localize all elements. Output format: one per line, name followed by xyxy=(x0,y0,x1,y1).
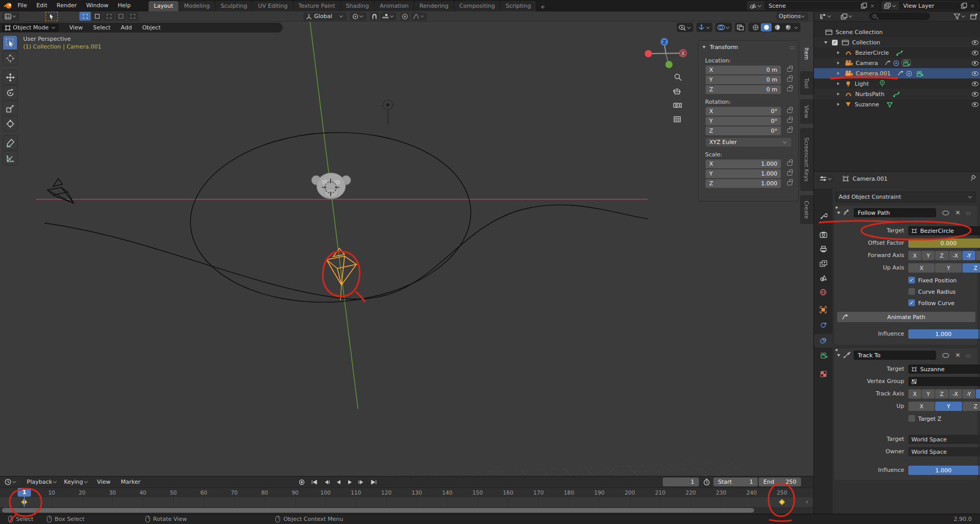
previous-keyframe-icon[interactable] xyxy=(323,479,330,485)
outliner-label-active[interactable]: Camera.001 xyxy=(856,70,891,77)
view-layer-name[interactable]: View Layer xyxy=(899,3,961,9)
shading-solid-button[interactable] xyxy=(761,23,772,31)
navigation-gizmo[interactable]: Z X xyxy=(645,38,687,69)
rotation-mode-dropdown[interactable]: XYZ Euler xyxy=(706,138,791,147)
axis-button-y[interactable]: Y xyxy=(922,251,935,260)
tool-transform[interactable] xyxy=(3,116,18,131)
active-tool-indicator[interactable] xyxy=(45,12,58,21)
location-x-field[interactable]: X0 m xyxy=(706,66,781,74)
offset-factor-slider[interactable]: 0.000 xyxy=(908,239,980,248)
proportional-editing-toggle[interactable] xyxy=(400,12,410,21)
remove-view-layer-icon[interactable]: × xyxy=(967,3,978,9)
influence-slider[interactable]: 1.000 xyxy=(908,466,978,475)
snap-toggle[interactable] xyxy=(370,12,379,21)
nurbs-path-curve[interactable] xyxy=(44,205,648,299)
axis-button-neg-y[interactable]: -Y xyxy=(962,389,975,399)
tab-object-data-icon[interactable] xyxy=(818,350,829,361)
viewport-menu-object[interactable]: Object xyxy=(137,24,166,31)
pin-icon[interactable] xyxy=(970,174,976,182)
tool-measure[interactable] xyxy=(3,151,18,166)
camera-view-button[interactable] xyxy=(674,103,681,107)
location-z-field[interactable]: Z0 m xyxy=(706,85,781,94)
hide-eye-icon[interactable] xyxy=(972,51,978,55)
tab-scripting[interactable]: Scripting xyxy=(500,1,536,11)
hide-eye-icon[interactable] xyxy=(972,40,978,45)
timeline-view-menu[interactable]: View xyxy=(92,479,116,485)
outliner-label[interactable]: Collection xyxy=(852,39,880,46)
tab-physics-icon[interactable] xyxy=(818,320,829,331)
scene-icon[interactable] xyxy=(747,2,764,10)
target-space-dropdown[interactable]: World Space xyxy=(908,435,980,444)
tab-layout[interactable]: Layout xyxy=(149,1,178,11)
hide-eye-icon[interactable] xyxy=(972,61,978,66)
tab-shading[interactable]: Shading xyxy=(341,1,374,11)
lock-icon[interactable] xyxy=(787,181,792,185)
outliner-search-input[interactable] xyxy=(869,12,930,20)
options-dropdown[interactable]: Options xyxy=(776,12,808,21)
tab-world-icon[interactable] xyxy=(818,287,829,298)
axis-button-z[interactable]: Z xyxy=(962,263,980,273)
view-layer-selector[interactable]: View Layer × xyxy=(881,1,978,10)
viewport-menu-add[interactable]: Add xyxy=(116,24,137,31)
constraint-drag-handle[interactable]: :::: xyxy=(966,210,970,216)
proportional-falloff-dropdown[interactable] xyxy=(411,12,427,21)
sidebar-tab-screencast-keys[interactable]: Screencast Keys xyxy=(800,128,813,191)
timeline-editor-type-button[interactable] xyxy=(2,478,20,486)
end-frame-field[interactable]: End250 xyxy=(759,478,801,486)
use-preview-range-clock-icon[interactable] xyxy=(703,479,710,486)
tab-rendering[interactable]: Rendering xyxy=(414,1,453,11)
viewport-menu-view[interactable]: View xyxy=(64,24,88,31)
gizmo-y-ball[interactable] xyxy=(665,61,673,68)
properties-editor-type-button[interactable] xyxy=(817,174,835,183)
tab-animation[interactable]: Animation xyxy=(374,1,414,11)
tab-sculpting[interactable]: Sculpting xyxy=(216,1,252,11)
new-collection-icon[interactable] xyxy=(970,13,978,20)
expand-icon[interactable] xyxy=(837,103,840,106)
tool-move[interactable] xyxy=(3,70,18,85)
ortho-toggle-button[interactable] xyxy=(674,117,680,122)
animate-path-button[interactable]: Animate Path xyxy=(837,312,975,322)
target-field[interactable]: Suzanne ✕ xyxy=(908,364,980,374)
tab-output-icon[interactable] xyxy=(818,243,829,255)
panel-collapse-icon[interactable] xyxy=(837,354,840,357)
outliner-label[interactable]: NurbsPath xyxy=(855,91,885,98)
expand-icon[interactable] xyxy=(824,41,827,44)
axis-button-x[interactable]: X xyxy=(908,251,921,260)
add-workspace-button[interactable]: + xyxy=(536,3,548,11)
transform-orientation-dropdown[interactable]: Global xyxy=(303,12,347,21)
lock-icon[interactable] xyxy=(787,87,792,91)
gizmos-dropdown[interactable] xyxy=(696,23,712,32)
expand-sidebar-arrow[interactable]: ‹ xyxy=(806,498,808,505)
record-icon[interactable] xyxy=(298,479,305,486)
tool-cursor[interactable] xyxy=(3,51,18,66)
axis-button-x[interactable]: X xyxy=(908,263,935,273)
scale-y-field[interactable]: Y1.000 xyxy=(706,169,781,178)
tab-uv-editing[interactable]: UV Editing xyxy=(253,1,292,11)
expand-icon[interactable] xyxy=(837,61,840,65)
constraint-name-field[interactable]: Follow Path xyxy=(854,208,936,217)
blender-logo-icon[interactable] xyxy=(4,2,13,9)
outliner-row-collection[interactable]: ✓ Collection xyxy=(814,37,980,47)
location-y-field[interactable]: Y0 m xyxy=(706,75,781,84)
rotation-x-field[interactable]: X0° xyxy=(706,107,781,116)
lock-icon[interactable] xyxy=(787,162,792,166)
sidebar-tab-item[interactable]: Item xyxy=(800,40,813,67)
follow-curve-checkbox[interactable]: ✓ xyxy=(908,299,915,306)
target-field[interactable]: BezierCircle ✕ xyxy=(908,226,980,235)
tab-tool-icon[interactable] xyxy=(818,210,829,221)
overlays-dropdown[interactable] xyxy=(715,23,732,32)
breadcrumb[interactable]: Camera.001 xyxy=(853,176,888,182)
playhead[interactable]: 1 xyxy=(18,488,31,497)
axis-button-y[interactable]: Y xyxy=(935,402,961,411)
outliner-row-camera-001[interactable]: Camera.001 xyxy=(814,68,980,78)
view-layer-icon[interactable] xyxy=(882,2,899,10)
scene-name[interactable]: Scene xyxy=(764,3,861,9)
sidebar-tab-view[interactable]: View xyxy=(800,99,813,124)
axis-button-z[interactable]: Z xyxy=(962,402,980,411)
timeline-marker-menu[interactable]: Marker xyxy=(116,479,145,485)
gizmo-x-ball[interactable] xyxy=(645,50,652,57)
pivot-point-dropdown[interactable] xyxy=(350,12,367,21)
axis-button-z[interactable]: Z xyxy=(935,251,948,260)
current-frame-field[interactable]: 1 xyxy=(663,478,699,486)
tab-constraints-icon-active[interactable] xyxy=(818,335,829,346)
